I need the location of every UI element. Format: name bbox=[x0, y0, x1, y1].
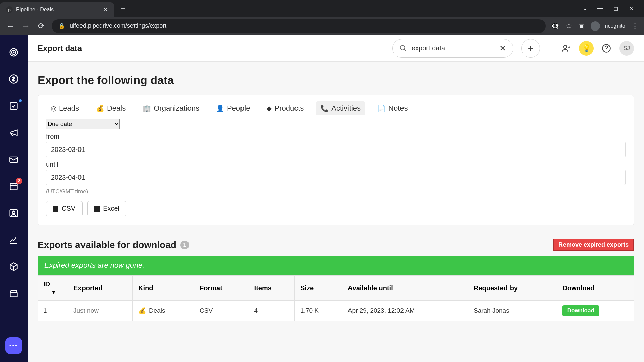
col-kind[interactable]: Kind bbox=[132, 276, 194, 301]
from-label: from bbox=[46, 133, 626, 140]
col-available[interactable]: Available until bbox=[342, 276, 468, 301]
cell-format: CSV bbox=[194, 301, 249, 321]
notification-dot bbox=[19, 99, 22, 102]
close-window-icon[interactable]: ✕ bbox=[627, 5, 635, 12]
tab-products[interactable]: ◆ Products bbox=[262, 101, 308, 115]
incognito-badge: Incognito bbox=[591, 21, 625, 31]
extensions-icon[interactable]: ▣ bbox=[578, 22, 585, 30]
plus-icon: + bbox=[528, 43, 533, 54]
svg-rect-4 bbox=[10, 103, 17, 110]
until-date-input[interactable] bbox=[46, 170, 626, 185]
export-config-panel: ◎ Leads 💰 Deals 🏢 Organizations 👤 People bbox=[38, 95, 634, 225]
tab-label: People bbox=[227, 104, 250, 113]
browser-tab[interactable]: p Pipeline - Deals × bbox=[0, 2, 114, 17]
tab-label: Organizations bbox=[154, 104, 199, 113]
clear-search-icon[interactable]: ✕ bbox=[499, 44, 506, 53]
until-label: until bbox=[46, 161, 626, 168]
date-type-select[interactable]: Due date bbox=[46, 119, 120, 129]
cell-items: 4 bbox=[249, 301, 294, 321]
col-download[interactable]: Download bbox=[557, 276, 634, 301]
checkbox-icon bbox=[9, 101, 18, 111]
store-icon bbox=[9, 289, 18, 298]
forward-button[interactable]: → bbox=[21, 21, 31, 31]
from-date-input[interactable] bbox=[46, 142, 626, 157]
tab-label: Notes bbox=[388, 104, 408, 113]
more-dots-icon: ••• bbox=[9, 343, 18, 349]
address-bar: ← → ⟳ 🔒 uifeed.pipedrive.com/settings/ex… bbox=[0, 17, 644, 35]
building-icon: 🏢 bbox=[143, 104, 151, 112]
chart-line-icon bbox=[9, 235, 18, 245]
sidebar-item-activities[interactable]: 2 bbox=[7, 180, 20, 193]
csv-label: CSV bbox=[62, 205, 75, 213]
sidebar-item-campaigns[interactable] bbox=[7, 126, 20, 139]
sidebar-item-contacts[interactable] bbox=[7, 206, 20, 220]
tab-deals[interactable]: 💰 Deals bbox=[91, 101, 130, 115]
tab-organizations[interactable]: 🏢 Organizations bbox=[138, 101, 204, 115]
search-value: export data bbox=[412, 44, 495, 52]
url-input[interactable]: 🔒 uifeed.pipedrive.com/settings/export bbox=[52, 19, 546, 33]
search-input[interactable]: export data ✕ bbox=[392, 39, 513, 58]
tab-people[interactable]: 👤 People bbox=[211, 101, 255, 115]
cell-kind: 💰 Deals bbox=[132, 301, 194, 321]
minimize-icon[interactable]: ― bbox=[596, 5, 604, 12]
tips-button[interactable]: 💡 bbox=[579, 41, 594, 56]
box-icon bbox=[9, 262, 18, 272]
col-exported[interactable]: Exported bbox=[68, 276, 133, 301]
sidebar-item-leads[interactable] bbox=[7, 46, 20, 59]
eye-off-icon[interactable]: 👁‍🗨 bbox=[551, 22, 559, 30]
col-items[interactable]: Items bbox=[249, 276, 294, 301]
file-icon bbox=[94, 206, 100, 212]
cell-requested: Sarah Jonas bbox=[468, 301, 557, 321]
sidebar-item-marketplace[interactable] bbox=[7, 287, 20, 300]
downloads-count-badge: 1 bbox=[180, 241, 189, 249]
cell-size: 1.70 K bbox=[295, 301, 342, 321]
favicon-icon: p bbox=[6, 6, 13, 13]
user-avatar[interactable]: SJ bbox=[619, 41, 634, 56]
remove-expired-button[interactable]: Remove expired exports bbox=[553, 239, 634, 251]
maximize-icon[interactable]: ◻ bbox=[611, 5, 620, 12]
top-bar: Export data export data ✕ + 💡 bbox=[28, 35, 644, 62]
target-icon: ◎ bbox=[51, 104, 56, 112]
download-button[interactable]: Download bbox=[562, 305, 599, 316]
tab-activities[interactable]: 📞 Activities bbox=[316, 101, 365, 115]
back-button[interactable]: ← bbox=[5, 21, 15, 31]
sidebar-item-insights[interactable] bbox=[7, 233, 20, 247]
sidebar-item-projects[interactable] bbox=[7, 99, 20, 113]
sidebar-more-button[interactable]: ••• bbox=[5, 337, 22, 354]
col-requested[interactable]: Requested by bbox=[468, 276, 557, 301]
tab-label: Activities bbox=[331, 104, 361, 113]
excel-label: Excel bbox=[103, 205, 119, 213]
file-icon bbox=[53, 206, 58, 212]
bookmark-icon[interactable]: ☆ bbox=[566, 22, 572, 31]
timezone-note: (UTC/GMT time) bbox=[46, 188, 626, 195]
col-size[interactable]: Size bbox=[295, 276, 342, 301]
reload-button[interactable]: ⟳ bbox=[36, 21, 46, 31]
tab-notes[interactable]: 📄 Notes bbox=[373, 101, 412, 115]
table-row: 1 Just now 💰 Deals CSV 4 1.70 K Apr 29, … bbox=[38, 301, 634, 321]
app-sidebar: 2 ••• bbox=[0, 35, 28, 362]
col-id[interactable]: ID ▼ bbox=[38, 276, 68, 301]
invite-users-icon[interactable] bbox=[561, 44, 571, 53]
sidebar-item-mail[interactable] bbox=[7, 153, 20, 166]
help-icon[interactable] bbox=[602, 44, 611, 53]
new-tab-button[interactable]: + bbox=[114, 4, 132, 13]
moneybag-icon: 💰 bbox=[138, 307, 146, 315]
search-icon bbox=[399, 45, 407, 52]
col-format[interactable]: Format bbox=[194, 276, 249, 301]
notification-badge: 2 bbox=[16, 178, 22, 184]
tab-dropdown-icon[interactable]: ⌄ bbox=[580, 5, 589, 12]
export-excel-button[interactable]: Excel bbox=[87, 201, 126, 216]
tab-label: Deals bbox=[107, 104, 126, 113]
chrome-menu-icon[interactable]: ⋮ bbox=[631, 22, 639, 31]
cube-icon: ◆ bbox=[267, 104, 272, 112]
tab-leads[interactable]: ◎ Leads bbox=[46, 101, 84, 115]
add-button[interactable]: + bbox=[521, 39, 540, 58]
browser-tab-strip: p Pipeline - Deals × + ⌄ ― ◻ ✕ bbox=[0, 0, 644, 17]
svg-point-10 bbox=[564, 45, 567, 48]
export-csv-button[interactable]: CSV bbox=[46, 201, 83, 216]
sort-desc-icon: ▼ bbox=[51, 290, 56, 295]
sidebar-item-deals[interactable] bbox=[7, 72, 20, 86]
sidebar-item-products[interactable] bbox=[7, 260, 20, 274]
svg-point-9 bbox=[400, 45, 405, 50]
close-tab-icon[interactable]: × bbox=[102, 6, 109, 13]
